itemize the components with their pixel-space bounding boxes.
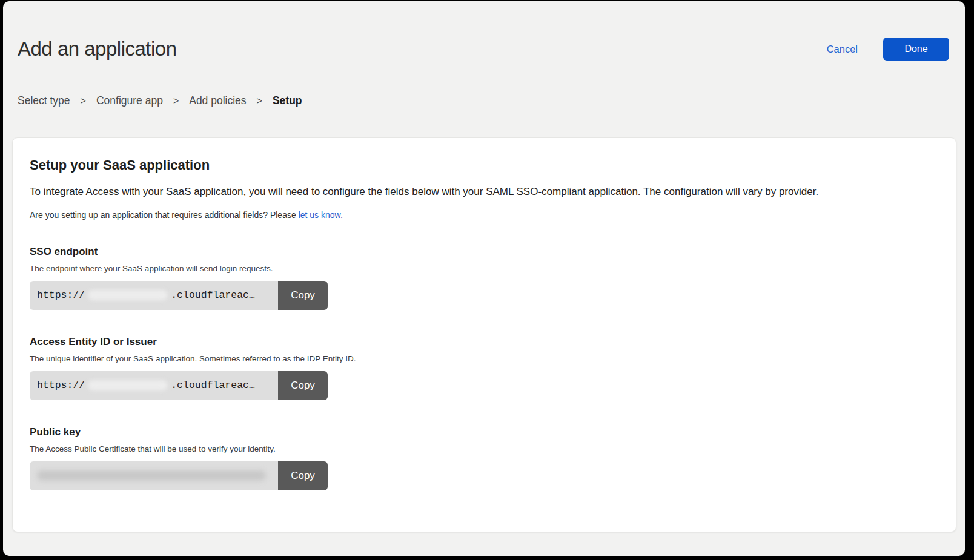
cancel-button[interactable]: Cancel — [827, 44, 858, 55]
done-button[interactable]: Done — [883, 38, 949, 61]
card-help-text: Are you setting up an application that r… — [30, 210, 939, 220]
breadcrumb-separator: > — [257, 96, 262, 107]
field-label: Access Entity ID or Issuer — [30, 336, 939, 348]
breadcrumb-separator: > — [81, 96, 86, 107]
access-entity-id-value: https:// .cloudflareac… — [30, 371, 278, 400]
field-description: The endpoint where your SaaS application… — [30, 264, 939, 273]
help-text: Are you setting up an application that r… — [30, 210, 299, 220]
copy-public-key-button[interactable]: Copy — [278, 461, 328, 490]
redacted-value — [37, 470, 266, 481]
value-suffix: .cloudflareac… — [171, 380, 255, 391]
breadcrumb-step-configure-app: Configure app — [96, 94, 163, 107]
copy-access-entity-id-button[interactable]: Copy — [278, 371, 328, 400]
field-value-row: https:// .cloudflareac… Copy — [30, 281, 328, 310]
page-title: Add an application — [18, 38, 177, 61]
breadcrumb-step-setup-active: Setup — [273, 94, 302, 107]
card-heading: Setup your SaaS application — [30, 157, 939, 173]
field-access-entity-id: Access Entity ID or Issuer The unique id… — [30, 336, 939, 400]
field-label: SSO endpoint — [30, 246, 939, 258]
page-header: Add an application Cancel Done — [3, 1, 965, 61]
value-suffix: .cloudflareac… — [171, 289, 255, 301]
breadcrumb-step-select-type: Select type — [18, 94, 70, 107]
app-window: Add an application Cancel Done Select ty… — [3, 1, 965, 556]
value-prefix: https:// — [37, 380, 85, 391]
header-actions: Cancel Done — [827, 38, 949, 61]
redacted-value — [88, 380, 168, 390]
field-value-row: https:// .cloudflareac… Copy — [30, 371, 328, 400]
field-label: Public key — [30, 426, 939, 438]
breadcrumb: Select type > Configure app > Add polici… — [3, 94, 965, 107]
breadcrumb-step-add-policies: Add policies — [189, 94, 246, 107]
value-prefix: https:// — [37, 289, 85, 301]
field-public-key: Public key The Access Public Certificate… — [30, 426, 939, 490]
setup-card: Setup your SaaS application To integrate… — [12, 137, 956, 532]
card-intro-text: To integrate Access with your SaaS appli… — [30, 185, 939, 199]
let-us-know-link[interactable]: let us know. — [299, 210, 343, 220]
field-description: The unique identifier of your SaaS appli… — [30, 354, 939, 363]
public-key-value — [30, 461, 278, 490]
redacted-value — [88, 290, 168, 300]
field-value-row: Copy — [30, 461, 328, 490]
sso-endpoint-value: https:// .cloudflareac… — [30, 281, 278, 310]
field-description: The Access Public Certificate that will … — [30, 444, 939, 453]
field-sso-endpoint: SSO endpoint The endpoint where your Saa… — [30, 246, 939, 310]
copy-sso-endpoint-button[interactable]: Copy — [278, 281, 328, 310]
breadcrumb-separator: > — [173, 96, 179, 107]
